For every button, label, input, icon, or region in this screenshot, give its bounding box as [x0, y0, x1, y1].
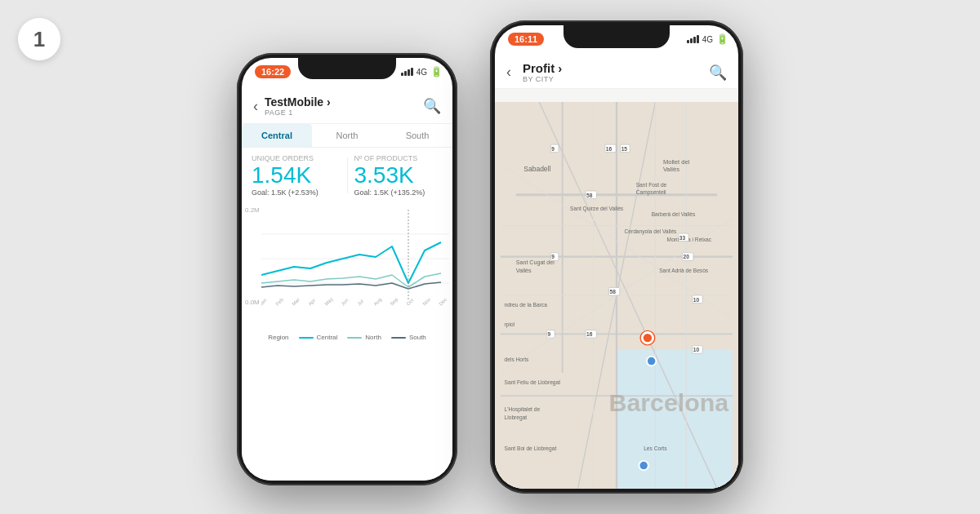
header-title-block-left: TestMobile › PAGE 1	[265, 95, 423, 117]
svg-text:Campsentell: Campsentell	[636, 189, 666, 196]
phone-left: 16:22 4G 🔋 ‹ T	[237, 53, 457, 485]
tab-south[interactable]: South	[382, 124, 452, 147]
legend-region-label: Region	[268, 334, 288, 341]
svg-text:Vallès: Vallès	[516, 268, 532, 274]
line-chart: 0.2M 0.0M	[242, 200, 452, 330]
svg-text:Barcelona: Barcelona	[609, 389, 730, 416]
signal-bars-right	[687, 35, 699, 43]
network-label-right: 4G	[702, 35, 713, 44]
legend-north: North	[347, 334, 381, 341]
svg-text:Jan: Jan	[261, 298, 268, 307]
svg-text:Mar: Mar	[291, 297, 301, 307]
svg-text:Aug: Aug	[372, 297, 382, 307]
svg-text:Mollet del: Mollet del	[663, 158, 690, 166]
svg-text:dels Horts: dels Horts	[505, 357, 530, 362]
status-right-left: 4G 🔋	[401, 66, 443, 78]
svg-text:16: 16	[586, 331, 593, 337]
chart-legend: Region Central North South	[242, 330, 452, 341]
svg-text:Sant Feliu de Llobregat: Sant Feliu de Llobregat	[505, 379, 561, 386]
tab-north[interactable]: North	[312, 124, 382, 147]
tab-central[interactable]: Central	[242, 124, 312, 147]
legend-south: South	[391, 334, 426, 341]
kpi-divider	[347, 157, 348, 193]
svg-text:20: 20	[684, 254, 690, 259]
phone-left-screen: 16:22 4G 🔋 ‹ T	[242, 58, 452, 481]
svg-text:33: 33	[679, 235, 686, 241]
status-right-right: 4G 🔋	[687, 33, 728, 45]
app-subtitle-left: PAGE 1	[265, 109, 423, 117]
back-button-left[interactable]: ‹	[253, 98, 258, 115]
svg-text:Apr: Apr	[307, 298, 316, 307]
chart-y-bottom: 0.0M	[245, 299, 260, 306]
svg-text:Vallès: Vallès	[663, 166, 679, 173]
left-app-content: ‹ TestMobile › PAGE 1 🔍 Central North So…	[242, 89, 452, 481]
signal-bars-left	[401, 68, 413, 76]
svg-text:Sant Quirze del Vallès: Sant Quirze del Vallès	[570, 206, 624, 212]
chart-svg-wrapper: Jan Feb Mar Apr May Jun Jul Aug Sep Oct …	[261, 203, 449, 314]
notch-right	[564, 25, 670, 48]
tabs-row: Central North South	[242, 124, 452, 148]
svg-text:Jul: Jul	[356, 299, 364, 307]
notch-left	[298, 58, 396, 79]
map-area[interactable]: Sabadell Mollet del Vallès Sant Quirze d…	[495, 102, 738, 489]
svg-text:Oct: Oct	[405, 298, 414, 307]
svg-text:Nov: Nov	[421, 297, 431, 307]
svg-text:Les Corts: Les Corts	[644, 445, 667, 451]
phone-right: 16:11 4G 🔋 ‹ P	[490, 20, 743, 494]
battery-icon-right: 🔋	[716, 33, 728, 45]
legend-central-line	[299, 337, 314, 339]
app-title-right: Profit ›	[523, 61, 709, 75]
svg-text:Sant Fost de: Sant Fost de	[636, 182, 667, 188]
legend-region: Region	[268, 334, 288, 341]
kpi-products-label: Nº of products	[354, 154, 443, 162]
header-title-block-right: Profit › BY CITY	[523, 61, 709, 83]
svg-text:10: 10	[693, 347, 700, 352]
legend-north-label: North	[365, 334, 381, 341]
legend-south-line	[391, 337, 406, 339]
svg-point-80	[647, 357, 656, 366]
svg-point-79	[642, 333, 653, 343]
svg-text:Sep: Sep	[389, 296, 399, 306]
right-app-content: ‹ Profit › BY CITY 🔍	[495, 56, 738, 489]
right-header: ‹ Profit › BY CITY 🔍	[495, 56, 738, 89]
svg-text:Llobregat: Llobregat	[505, 414, 528, 421]
svg-text:L'Hospitalet de: L'Hospitalet de	[505, 406, 541, 413]
battery-icon-left: 🔋	[430, 66, 443, 78]
left-header: ‹ TestMobile › PAGE 1 🔍	[242, 89, 452, 124]
svg-text:58: 58	[586, 193, 593, 198]
legend-central: Central	[299, 334, 338, 341]
kpi-orders-goal: Goal: 1.5K (+2.53%)	[252, 188, 341, 197]
step-badge: 1	[18, 18, 60, 60]
app-subtitle-right: BY CITY	[523, 75, 709, 83]
phones-container: 16:22 4G 🔋 ‹ T	[0, 0, 980, 514]
svg-text:Barberà del Vallès: Barberà del Vallès	[652, 211, 696, 217]
svg-rect-17	[617, 349, 733, 489]
svg-text:May: May	[323, 296, 333, 306]
svg-text:Dec: Dec	[438, 297, 448, 307]
back-button-right[interactable]: ‹	[506, 64, 511, 81]
kpi-orders: Unique orders 1.54K Goal: 1.5K (+2.53%)	[252, 154, 341, 197]
svg-text:Montcada i Reixac: Montcada i Reixac	[667, 237, 712, 242]
search-icon-right[interactable]: 🔍	[709, 64, 727, 82]
chart-y-top: 0.2M	[245, 206, 260, 214]
chart-svg: Jan Feb Mar Apr May Jun Jul Aug Sep Oct …	[261, 203, 449, 314]
svg-text:16: 16	[606, 146, 612, 152]
svg-text:Jun: Jun	[340, 298, 349, 307]
svg-text:10: 10	[693, 297, 700, 303]
kpi-section: Unique orders 1.54K Goal: 1.5K (+2.53%) …	[242, 148, 452, 200]
legend-central-label: Central	[317, 334, 338, 341]
kpi-products-goal: Goal: 1.5K (+135.2%)	[354, 188, 443, 197]
svg-point-81	[639, 461, 648, 470]
svg-text:Sant Cugat del: Sant Cugat del	[516, 259, 555, 266]
time-badge-left: 16:22	[255, 65, 291, 78]
time-badge-right: 16:11	[508, 33, 544, 46]
svg-text:rpiol: rpiol	[505, 321, 515, 328]
svg-text:ndreu de la Barca: ndreu de la Barca	[505, 302, 548, 308]
search-icon-left[interactable]: 🔍	[423, 97, 441, 115]
network-label-left: 4G	[416, 68, 427, 77]
svg-text:58: 58	[609, 289, 616, 295]
svg-text:9: 9	[548, 331, 551, 337]
kpi-products-value: 3.53K	[354, 164, 443, 187]
legend-north-line	[347, 337, 362, 339]
svg-text:Sant Boi de Llobregat: Sant Boi de Llobregat	[505, 445, 557, 452]
